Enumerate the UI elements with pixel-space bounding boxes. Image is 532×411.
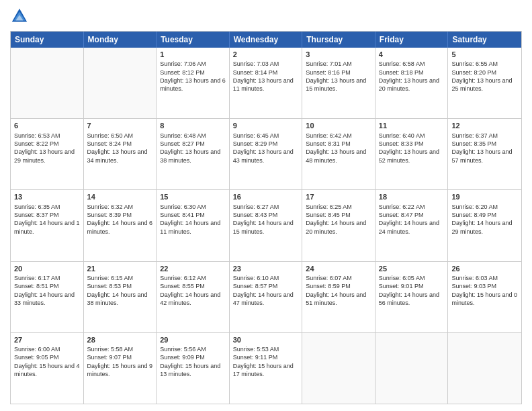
calendar-cell: 5Sunrise: 6:55 AM Sunset: 8:20 PM Daylig… [448,48,521,118]
day-info: Sunrise: 6:40 AM Sunset: 8:33 PM Dayligh… [379,132,441,164]
calendar-cell: 14Sunrise: 6:32 AM Sunset: 8:39 PM Dayli… [84,190,157,261]
day-number: 16 [233,192,299,201]
calendar-cell: 8Sunrise: 6:48 AM Sunset: 8:27 PM Daylig… [157,119,230,189]
calendar-cell: 24Sunrise: 6:07 AM Sunset: 8:59 PM Dayli… [302,262,375,332]
header-day: Saturday [448,32,521,48]
day-info: Sunrise: 6:45 AM Sunset: 8:29 PM Dayligh… [233,132,296,164]
day-info: Sunrise: 6:42 AM Sunset: 8:31 PM Dayligh… [306,132,368,164]
calendar-cell: 30Sunrise: 5:53 AM Sunset: 9:11 PM Dayli… [230,333,303,404]
day-number: 4 [379,50,445,59]
header-day: Sunday [11,32,84,48]
day-info: Sunrise: 6:22 AM Sunset: 8:47 PM Dayligh… [379,203,441,235]
day-info: Sunrise: 6:37 AM Sunset: 8:35 PM Dayligh… [451,132,514,164]
day-info: Sunrise: 6:27 AM Sunset: 8:43 PM Dayligh… [233,203,296,235]
header [10,7,522,26]
day-number: 24 [306,264,371,273]
day-info: Sunrise: 6:20 AM Sunset: 8:49 PM Dayligh… [451,203,514,235]
day-number: 10 [306,121,371,130]
day-info: Sunrise: 6:30 AM Sunset: 8:41 PM Dayligh… [160,203,222,235]
calendar-cell: 13Sunrise: 6:35 AM Sunset: 8:37 PM Dayli… [11,190,84,261]
day-number: 29 [160,335,226,345]
header-day: Wednesday [230,32,303,48]
calendar-cell: 26Sunrise: 6:03 AM Sunset: 9:03 PM Dayli… [448,262,521,332]
day-number: 5 [451,50,518,59]
day-number: 23 [233,264,299,273]
calendar-cell: 25Sunrise: 6:05 AM Sunset: 9:01 PM Dayli… [375,262,449,332]
day-info: Sunrise: 6:25 AM Sunset: 8:45 PM Dayligh… [306,203,368,235]
calendar-cell: 29Sunrise: 5:56 AM Sunset: 9:09 PM Dayli… [157,333,230,404]
calendar-cell: 28Sunrise: 5:58 AM Sunset: 9:07 PM Dayli… [84,333,157,404]
day-info: Sunrise: 6:07 AM Sunset: 8:59 PM Dayligh… [306,275,368,306]
day-number: 9 [233,121,299,130]
logo-icon [10,7,29,26]
day-number: 30 [233,335,299,345]
day-info: Sunrise: 6:05 AM Sunset: 9:01 PM Dayligh… [379,275,441,306]
day-info: Sunrise: 5:53 AM Sunset: 9:11 PM Dayligh… [233,346,296,377]
day-number: 14 [87,192,153,201]
day-number: 6 [14,121,80,130]
day-info: Sunrise: 6:10 AM Sunset: 8:57 PM Dayligh… [233,275,296,306]
calendar-week-row: 6Sunrise: 6:53 AM Sunset: 8:22 PM Daylig… [11,118,521,189]
calendar-cell: 2Sunrise: 7:03 AM Sunset: 8:14 PM Daylig… [230,48,303,118]
day-info: Sunrise: 6:03 AM Sunset: 9:03 PM Dayligh… [451,275,519,306]
header-day: Monday [84,32,157,48]
day-number: 18 [379,192,445,201]
day-number: 27 [14,335,80,345]
header-day: Thursday [302,32,375,48]
day-number: 17 [306,192,371,201]
day-info: Sunrise: 7:06 AM Sunset: 8:12 PM Dayligh… [160,60,227,92]
day-info: Sunrise: 5:56 AM Sunset: 9:09 PM Dayligh… [160,346,222,377]
calendar-cell: 22Sunrise: 6:12 AM Sunset: 8:55 PM Dayli… [157,262,230,332]
day-number: 25 [379,264,445,273]
calendar-week-row: 20Sunrise: 6:17 AM Sunset: 8:51 PM Dayli… [11,261,521,332]
day-number: 15 [160,192,226,201]
calendar-cell: 23Sunrise: 6:10 AM Sunset: 8:57 PM Dayli… [230,262,303,332]
calendar-cell [84,48,157,118]
calendar-cell: 11Sunrise: 6:40 AM Sunset: 8:33 PM Dayli… [375,119,449,189]
calendar-cell: 17Sunrise: 6:25 AM Sunset: 8:45 PM Dayli… [302,190,375,261]
day-number: 1 [160,50,226,59]
day-number: 13 [14,192,80,201]
calendar-cell [448,333,521,404]
calendar-cell: 4Sunrise: 6:58 AM Sunset: 8:18 PM Daylig… [375,48,449,118]
calendar-cell: 20Sunrise: 6:17 AM Sunset: 8:51 PM Dayli… [11,262,84,332]
day-info: Sunrise: 6:00 AM Sunset: 9:05 PM Dayligh… [14,346,81,377]
calendar-cell: 12Sunrise: 6:37 AM Sunset: 8:35 PM Dayli… [448,119,521,189]
day-info: Sunrise: 6:35 AM Sunset: 8:37 PM Dayligh… [14,203,81,235]
calendar-cell: 21Sunrise: 6:15 AM Sunset: 8:53 PM Dayli… [84,262,157,332]
calendar-cell: 9Sunrise: 6:45 AM Sunset: 8:29 PM Daylig… [230,119,303,189]
day-number: 20 [14,264,80,273]
day-info: Sunrise: 6:58 AM Sunset: 8:18 PM Dayligh… [379,60,441,92]
day-number: 12 [451,121,518,130]
day-info: Sunrise: 6:50 AM Sunset: 8:24 PM Dayligh… [87,132,150,164]
calendar-week-row: 1Sunrise: 7:06 AM Sunset: 8:12 PM Daylig… [11,48,521,118]
day-number: 28 [87,335,153,345]
day-info: Sunrise: 7:01 AM Sunset: 8:16 PM Dayligh… [306,60,368,92]
day-number: 3 [306,50,371,59]
calendar: SundayMondayTuesdayWednesdayThursdayFrid… [10,31,522,404]
day-number: 19 [451,192,518,201]
calendar-body: 1Sunrise: 7:06 AM Sunset: 8:12 PM Daylig… [11,48,521,404]
calendar-cell: 6Sunrise: 6:53 AM Sunset: 8:22 PM Daylig… [11,119,84,189]
calendar-week-row: 13Sunrise: 6:35 AM Sunset: 8:37 PM Dayli… [11,189,521,261]
day-info: Sunrise: 6:15 AM Sunset: 8:53 PM Dayligh… [87,275,150,306]
calendar-cell: 15Sunrise: 6:30 AM Sunset: 8:41 PM Dayli… [157,190,230,261]
calendar-cell: 16Sunrise: 6:27 AM Sunset: 8:43 PM Dayli… [230,190,303,261]
calendar-week-row: 27Sunrise: 6:00 AM Sunset: 9:05 PM Dayli… [11,332,521,404]
calendar-cell [375,333,449,404]
day-number: 11 [379,121,445,130]
header-day: Friday [375,32,449,48]
day-info: Sunrise: 6:17 AM Sunset: 8:51 PM Dayligh… [14,275,77,306]
calendar-cell [11,48,84,118]
day-info: Sunrise: 7:03 AM Sunset: 8:14 PM Dayligh… [233,60,296,92]
day-number: 21 [87,264,153,273]
calendar-cell: 18Sunrise: 6:22 AM Sunset: 8:47 PM Dayli… [375,190,449,261]
calendar-header: SundayMondayTuesdayWednesdayThursdayFrid… [11,32,521,48]
day-number: 22 [160,264,226,273]
header-day: Tuesday [157,32,230,48]
day-info: Sunrise: 5:58 AM Sunset: 9:07 PM Dayligh… [87,346,154,377]
day-info: Sunrise: 6:32 AM Sunset: 8:39 PM Dayligh… [87,203,154,235]
calendar-cell: 10Sunrise: 6:42 AM Sunset: 8:31 PM Dayli… [302,119,375,189]
calendar-cell: 19Sunrise: 6:20 AM Sunset: 8:49 PM Dayli… [448,190,521,261]
logo [10,7,30,26]
